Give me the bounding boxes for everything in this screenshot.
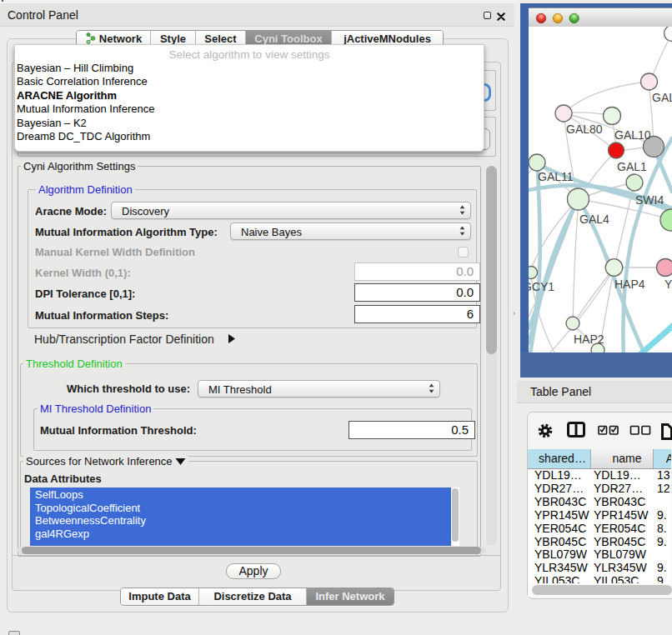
svg-text:HAP4: HAP4 xyxy=(614,278,645,291)
svg-text:GAL10: GAL10 xyxy=(614,128,651,142)
svg-text:Y: Y xyxy=(664,278,672,291)
svg-text:GAL80: GAL80 xyxy=(566,122,603,136)
svg-text:SWI4: SWI4 xyxy=(635,193,664,207)
svg-text:GAL11: GAL11 xyxy=(538,170,574,183)
svg-text:GAL4: GAL4 xyxy=(579,212,609,226)
svg-text:GCY1: GCY1 xyxy=(529,280,554,293)
svg-text:GAL: GAL xyxy=(652,91,672,104)
svg-text:HAP2: HAP2 xyxy=(574,332,604,346)
svg-text:GAL1: GAL1 xyxy=(617,160,647,173)
